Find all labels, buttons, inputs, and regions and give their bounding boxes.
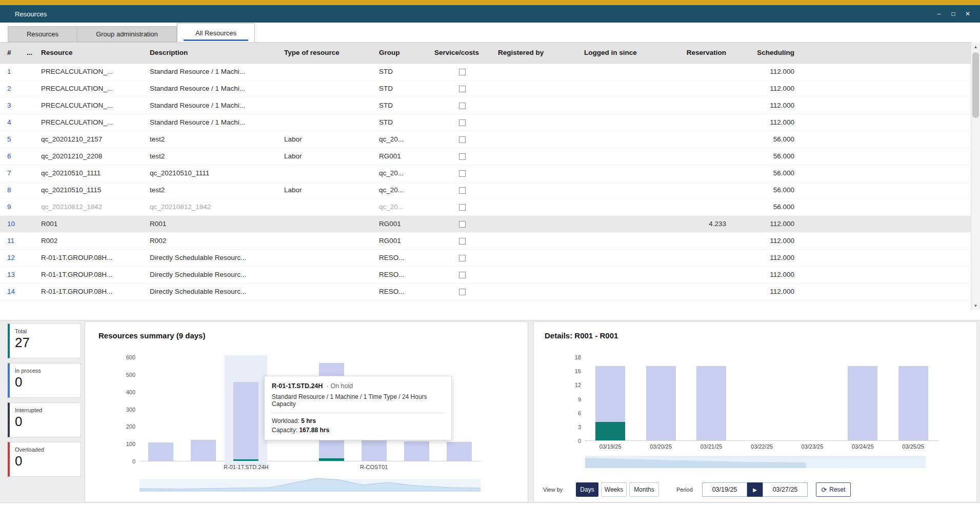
scrollbar-down-icon[interactable]: ▼ [971,301,980,310]
workload-bar[interactable] [319,458,344,461]
table-row[interactable]: 13R-01-1T.GROUP.08H...Directly Schedulab… [0,267,971,284]
column-header-service-costs[interactable]: Service/costs [430,43,494,63]
table-row[interactable]: 9qc_20210812_1842qc_20210812_1842qc_20..… [0,199,971,216]
close-button[interactable]: ✕ [961,7,975,21]
capacity-bar[interactable] [404,441,429,461]
row-number-link[interactable]: 1 [0,64,23,80]
capacity-bar[interactable] [848,366,877,440]
service-costs-checkbox[interactable] [459,238,466,245]
service-costs-checkbox[interactable] [459,204,466,211]
scrollbar-up-icon[interactable]: ▲ [971,42,980,51]
table-row[interactable]: 4PRECALCULATION_...Standard Resource / 1… [0,114,971,131]
service-costs-checkbox[interactable] [459,153,466,160]
column-header-reservation[interactable]: Reservation [668,43,731,63]
period-end-input[interactable]: 03/27/25 [763,482,808,497]
row-number-link[interactable]: 3 [0,97,23,114]
table-vertical-scrollbar[interactable]: ▲ ▼ [971,42,980,310]
row-number-link[interactable]: 8 [0,182,23,198]
row-number-link[interactable]: 9 [0,199,23,215]
service-costs-cell [430,131,494,148]
capacity-bar[interactable] [191,440,216,461]
service-costs-checkbox[interactable] [459,272,466,278]
resource-cell: R001 [37,216,146,232]
column-header-logged-in-since[interactable]: Logged in since [580,43,668,63]
tab-resources[interactable]: Resources [8,26,77,42]
row-number-link[interactable]: 7 [0,165,23,181]
table-row[interactable]: 12R-01-1T.GROUP.08H...Directly Schedulab… [0,250,971,267]
column-header-scheduling[interactable]: Scheduling [731,43,799,63]
view-by-weeks-button[interactable]: Weeks [601,482,627,497]
row-number-link[interactable]: 4 [0,114,23,131]
table-row[interactable]: 8qc_20210510_1115test2Laborqc_20...56.00… [0,182,971,199]
capacity-bar[interactable] [233,382,258,461]
row-more-cell [23,216,37,232]
maximize-button[interactable]: □ [946,7,961,21]
capacity-bar[interactable] [148,442,173,461]
column-header-type-of-resource[interactable]: Type of resource [280,43,375,63]
capacity-bar[interactable] [646,366,676,440]
table-row[interactable]: 14R-01-1T.GROUP.08H...Directly Schedulab… [0,284,971,300]
type-of-resource-cell [280,216,375,232]
registered-by-cell [494,199,580,215]
column-header-group[interactable]: Group [375,43,430,63]
table-row[interactable]: 2PRECALCULATION_...Standard Resource / 1… [0,80,971,97]
workload-bar[interactable] [595,422,625,440]
table-row[interactable]: 10R001R001RG0014.233112.000 [0,216,971,233]
table-row[interactable]: 5qc_20201210_2157test2Laborqc_20...56.00… [0,131,971,148]
capacity-bar[interactable] [447,442,472,461]
view-by-months-button[interactable]: Months [629,482,659,497]
row-number-link[interactable]: 6 [0,148,23,165]
window-titlebar: Resources – □ ✕ [0,5,980,23]
table-row[interactable]: 7qc_20210510_1111qc_20210510_1111qc_20..… [0,165,971,182]
period-start-input[interactable]: 03/19/25 [702,482,747,497]
row-number-link[interactable]: 2 [0,80,23,97]
y-axis-tick-label: 9 [561,396,581,402]
row-number-link[interactable]: 11 [0,233,23,249]
registered-by-cell [494,284,580,300]
row-filler [799,131,971,148]
table-row[interactable]: 1PRECALCULATION_...Standard Resource / 1… [0,64,971,80]
y-axis-tick-label: 300 [115,407,135,413]
service-costs-checkbox[interactable] [459,136,466,143]
service-costs-checkbox[interactable] [459,103,466,109]
service-costs-checkbox[interactable] [459,255,466,261]
scrollbar-thumb[interactable] [972,52,979,118]
view-by-days-button[interactable]: Days [576,482,598,497]
capacity-bar[interactable] [362,440,387,461]
capacity-bar[interactable] [898,366,928,440]
column-header-description[interactable]: Description [146,43,280,63]
service-costs-checkbox[interactable] [459,187,466,194]
column-header-registered-by[interactable]: Registered by [494,43,580,63]
column-header-resource[interactable]: Resource [37,43,146,63]
service-costs-checkbox[interactable] [459,221,466,228]
service-costs-cell [430,80,494,97]
row-number-link[interactable]: 10 [0,216,23,232]
row-number-link[interactable]: 12 [0,250,23,266]
details-chart-navigator[interactable] [585,454,926,470]
row-number-link[interactable]: 5 [0,131,23,148]
period-advance-button[interactable]: ▶ [747,482,763,497]
capacity-bar[interactable] [696,366,726,440]
column-header-more[interactable]: ... [23,43,37,63]
tab-group-administration[interactable]: Group administration [77,26,177,42]
table-row[interactable]: 6qc_20201210_2208test2LaborRG00156.000 [0,148,971,165]
table-row[interactable]: 3PRECALCULATION_...Standard Resource / 1… [0,97,971,114]
y-axis-tick-label: 15 [561,368,581,374]
service-costs-checkbox[interactable] [459,289,466,295]
table-row[interactable]: 11R002R002RG001112.000 [0,233,971,250]
details-panel: Details: R001 - R001 036912151803/19/250… [533,321,977,502]
service-costs-checkbox[interactable] [459,119,466,126]
logged-in-since-cell [580,165,668,181]
service-costs-checkbox[interactable] [459,170,466,177]
summary-chart-navigator[interactable] [139,474,481,493]
column-header-num[interactable]: # [0,43,23,63]
reset-button[interactable]: ⟳ Reset [816,482,851,497]
workload-bar[interactable] [233,459,258,461]
service-costs-checkbox[interactable] [459,69,466,75]
service-costs-checkbox[interactable] [459,86,466,92]
tab-all-resources[interactable]: All Resources [177,23,255,42]
minimize-button[interactable]: – [932,7,946,21]
row-number-link[interactable]: 14 [0,284,23,300]
row-number-link[interactable]: 13 [0,267,23,283]
scheduling-cell: 112.000 [731,114,799,131]
